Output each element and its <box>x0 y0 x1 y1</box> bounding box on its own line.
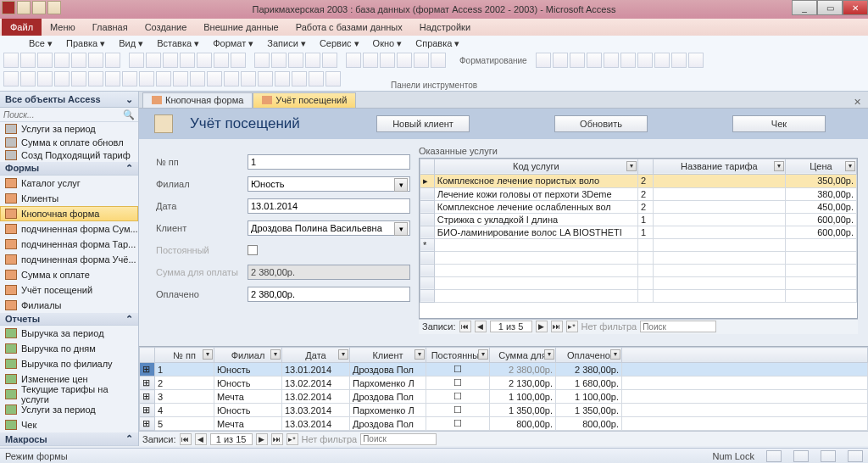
minimize-button[interactable]: _ <box>792 0 817 15</box>
refresh-button[interactable]: Обновить <box>554 115 648 132</box>
nav-form-item[interactable]: подчиненная форма Сум... <box>0 221 138 237</box>
col-service[interactable]: Код услуги▾ <box>434 159 637 174</box>
rb-6[interactable] <box>88 53 103 68</box>
recnav-search[interactable] <box>640 321 716 332</box>
rb-12[interactable] <box>197 53 212 68</box>
menu-edit[interactable]: Правка ▾ <box>66 38 105 49</box>
rb-16[interactable] <box>271 53 287 68</box>
subform-row[interactable]: Лечение кожи головы от перхоти 3Deme2380… <box>420 187 857 200</box>
rb-11[interactable] <box>180 53 195 68</box>
nav-form-item[interactable]: Каталог услуг <box>0 176 138 191</box>
row-selector[interactable] <box>420 200 435 213</box>
rb-f3[interactable] <box>570 53 585 68</box>
rb-8[interactable] <box>129 53 144 68</box>
rb-3[interactable] <box>37 53 53 68</box>
rb-21[interactable] <box>363 53 378 68</box>
row-selector[interactable]: ⊞ <box>140 377 155 390</box>
datasheet-row[interactable]: ⊞3Мечта13.02.2014Дроздова Пол☐1 100,00р.… <box>140 390 868 404</box>
nav-form-item[interactable]: подчиненная форма Учё... <box>0 252 138 267</box>
row-selector[interactable]: ⊞ <box>140 363 155 377</box>
nav-query-3[interactable]: Созд Подходящий тариф <box>0 149 138 163</box>
check-button[interactable]: Чек <box>732 115 826 132</box>
tab-create[interactable]: Создание <box>136 20 196 34</box>
rb-1[interactable] <box>3 53 19 68</box>
nav-report-item[interactable]: Выручка по филиалу <box>0 356 138 371</box>
menu-format[interactable]: Формат ▾ <box>213 38 253 49</box>
rb-18[interactable] <box>305 53 320 68</box>
collapse-icon[interactable]: ⌃ <box>125 314 133 325</box>
datasheet-row[interactable]: ⊞1Юность13.01.2014Дроздова Пол☐2 380,00р… <box>140 363 868 377</box>
row-selector[interactable] <box>420 213 435 226</box>
doctab-visits[interactable]: Учёт посещений <box>253 92 356 108</box>
recnav-prev[interactable]: ◀ <box>475 321 487 332</box>
doctab-switchboard[interactable]: Кнопочная форма <box>142 92 253 108</box>
rb-24[interactable] <box>414 53 429 68</box>
tab-addins[interactable]: Надстройки <box>411 20 479 34</box>
rb-9[interactable] <box>146 53 161 68</box>
menu-view[interactable]: Вид ▾ <box>119 38 143 49</box>
nav-form-item[interactable]: Клиенты <box>0 191 138 206</box>
recnav-last[interactable]: ⏭ <box>551 321 563 332</box>
row-selector[interactable] <box>420 187 435 200</box>
tab-home[interactable]: Главная <box>84 20 136 34</box>
rb-22[interactable] <box>380 53 395 68</box>
rb-14[interactable] <box>231 53 246 68</box>
rb-15[interactable] <box>254 53 270 68</box>
ds-col-date[interactable]: Дата▾ <box>282 348 350 363</box>
recnav-search[interactable] <box>360 433 437 445</box>
nav-report-item[interactable]: Выручка за период <box>0 326 138 341</box>
nav-report-item[interactable]: Текущие тарифы на услуги <box>0 387 138 402</box>
menu-insert[interactable]: Вставка ▾ <box>157 38 199 49</box>
doc-close-button[interactable]: ✕ <box>847 97 868 108</box>
search-icon[interactable]: 🔍 <box>123 109 135 120</box>
ds-col-sum[interactable]: Сумма для▾ <box>490 348 556 363</box>
tab-dbtools[interactable]: Работа с базами данных <box>287 20 411 34</box>
rb-10[interactable] <box>163 53 178 68</box>
nav-cat-reports[interactable]: Отчеты⌃ <box>0 313 138 326</box>
col-tariff[interactable]: Название тарифа▾ <box>653 159 785 174</box>
nav-cat-macros[interactable]: Макросы⌃ <box>0 432 138 446</box>
nav-header[interactable]: Все объекты Access ⌄ <box>0 92 138 108</box>
rb-f2[interactable] <box>553 53 568 68</box>
maximize-button[interactable]: ▭ <box>817 0 843 15</box>
collapse-icon[interactable]: ⌃ <box>125 433 133 444</box>
rb-f1[interactable] <box>536 53 551 68</box>
field-num[interactable]: 1 <box>248 154 410 170</box>
recnav-pos[interactable]: 1 из 15 <box>210 433 253 445</box>
qat-undo-icon[interactable] <box>32 1 46 14</box>
ds-col-const[interactable]: Постоянный▾ <box>426 348 490 363</box>
col-rowselector[interactable] <box>420 159 435 174</box>
nav-report-item[interactable]: Выручка по дням <box>0 341 138 356</box>
nav-form-item[interactable]: подчиненная форма Тар... <box>0 237 138 252</box>
recnav-first[interactable]: ⏮ <box>180 433 192 445</box>
nav-cat-forms[interactable]: Формы⌃ <box>0 162 138 176</box>
nav-form-item[interactable]: Сумма к оплате <box>0 267 138 282</box>
ds-col-num[interactable]: № пп▾ <box>155 348 214 363</box>
new-row-selector[interactable]: * <box>420 238 435 251</box>
datasheet-row[interactable]: ⊞5Мечта13.03.2014Дроздова Пол☐800,00р.80… <box>140 417 868 431</box>
nav-form-item[interactable]: Филиалы <box>0 298 138 313</box>
recnav-new[interactable]: ▸* <box>566 321 578 332</box>
row-selector[interactable] <box>420 226 435 238</box>
nav-form-item[interactable]: Кнопочная форма <box>0 206 138 221</box>
nav-report-item[interactable]: Чек <box>0 417 138 432</box>
file-tab[interactable]: Файл <box>2 19 42 36</box>
menu-tools[interactable]: Сервис ▾ <box>320 38 359 49</box>
view-datasheet-button[interactable] <box>793 450 809 462</box>
tab-external[interactable]: Внешние данные <box>195 20 287 34</box>
ds-col-branch[interactable]: Филиал▾ <box>214 348 282 363</box>
new-client-button[interactable]: Новый клиент <box>376 115 470 132</box>
rb-2[interactable] <box>20 53 36 68</box>
rb-f8[interactable] <box>654 53 670 68</box>
qat-save-icon[interactable] <box>17 1 31 14</box>
rb-25[interactable] <box>431 53 446 68</box>
subform-grid[interactable]: Код услуги▾ Название тарифа▾ Цена▾ ▸Комп… <box>419 158 858 319</box>
nav-search-input[interactable] <box>3 110 123 120</box>
menu-all[interactable]: Все ▾ <box>29 38 53 49</box>
view-design-button[interactable] <box>848 450 863 462</box>
col-sep[interactable] <box>637 159 653 174</box>
qat-redo-icon[interactable] <box>47 1 61 14</box>
recnav-last[interactable]: ⏭ <box>271 433 283 445</box>
row-selector[interactable]: ⊞ <box>140 404 155 417</box>
subform-row[interactable]: БИО-ламинирование волос LA BIOSTHETI1600… <box>420 226 857 238</box>
